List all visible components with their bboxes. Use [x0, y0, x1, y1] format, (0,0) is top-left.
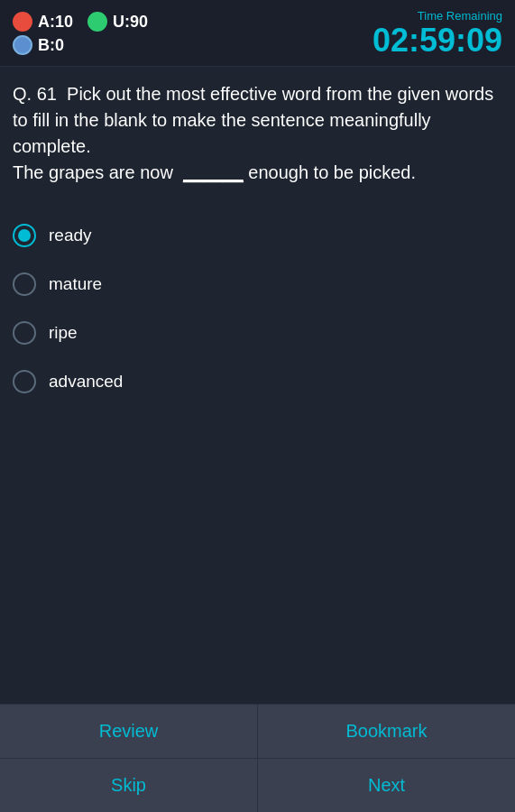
- a-dot-icon: [13, 12, 32, 32]
- option-label-advanced: advanced: [49, 372, 123, 392]
- option-item-ripe[interactable]: ripe: [13, 309, 502, 357]
- u-label: U:90: [113, 13, 148, 32]
- btn-row-top: Review Bookmark: [0, 705, 515, 759]
- radio-mature[interactable]: [13, 272, 36, 296]
- header: A:10 U:90 B:0 Time Remaining 02:59:09: [0, 0, 515, 67]
- question-text: Q. 61 Pick out the most effective word f…: [13, 81, 502, 186]
- question-number: Q. 61: [13, 84, 57, 104]
- u-dot-icon: [87, 12, 107, 32]
- b-dot-icon: [13, 35, 32, 55]
- header-row-bottom: B:0: [13, 35, 148, 55]
- option-label-ripe: ripe: [49, 323, 78, 343]
- sentence-blank: ______: [183, 162, 244, 182]
- skip-button[interactable]: Skip: [0, 759, 258, 812]
- header-row-top: A:10 U:90: [13, 12, 148, 32]
- option-item-ready[interactable]: ready: [13, 211, 502, 260]
- question-area: Q. 61 Pick out the most effective word f…: [0, 67, 515, 206]
- sentence-after: enough to be picked.: [248, 162, 416, 182]
- bookmark-button[interactable]: Bookmark: [258, 705, 515, 758]
- timer-value: 02:59:09: [372, 22, 502, 59]
- sentence-before: The grapes are now: [13, 162, 173, 182]
- header-left: A:10 U:90 B:0: [13, 12, 148, 55]
- radio-inner-ready: [18, 229, 31, 242]
- next-button[interactable]: Next: [258, 759, 515, 812]
- btn-row-bottom: Skip Next: [0, 759, 515, 812]
- timer-section: Time Remaining 02:59:09: [372, 9, 502, 59]
- option-item-mature[interactable]: mature: [13, 260, 502, 309]
- u-badge: U:90: [87, 12, 148, 32]
- radio-ready[interactable]: [13, 224, 36, 247]
- a-badge: A:10: [13, 12, 73, 32]
- option-label-ready: ready: [49, 226, 92, 245]
- option-item-advanced[interactable]: advanced: [13, 357, 502, 406]
- radio-advanced[interactable]: [13, 370, 36, 393]
- review-button[interactable]: Review: [0, 705, 258, 758]
- option-label-mature: mature: [49, 274, 102, 294]
- radio-ripe[interactable]: [13, 321, 36, 345]
- b-label: B:0: [38, 36, 64, 55]
- options-area: ready mature ripe advanced: [0, 206, 515, 406]
- b-badge: B:0: [13, 35, 64, 55]
- a-label: A:10: [38, 13, 73, 32]
- bottom-bar: Review Bookmark Skip Next: [0, 704, 515, 812]
- question-instruction: Pick out the most effective word from th…: [13, 84, 493, 156]
- timer-label: Time Remaining: [372, 9, 502, 23]
